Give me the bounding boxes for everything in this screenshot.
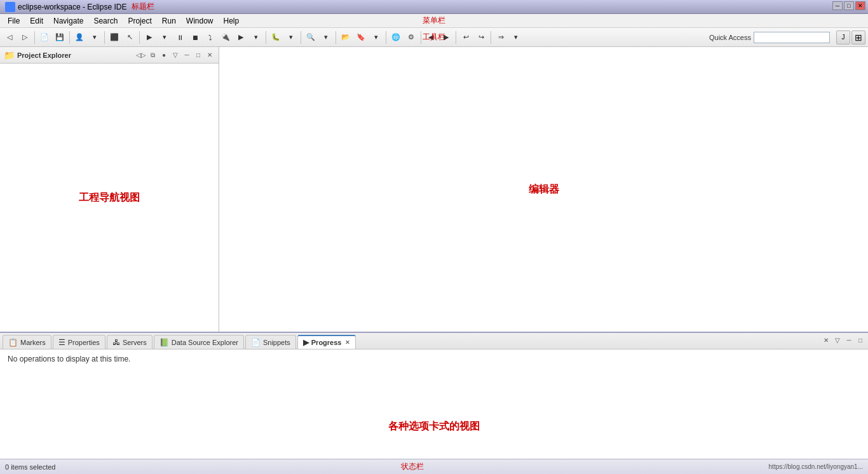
bottom-panel-minimize-btn[interactable]: ─	[844, 335, 854, 345]
tb-bookmark-btn[interactable]: 🔖	[354, 30, 368, 44]
tb-fwd-btn[interactable]: ⇒	[494, 30, 508, 44]
progress-icon: ▶	[303, 338, 309, 347]
status-annotation: 状态栏	[401, 461, 424, 472]
maximize-button[interactable]: □	[844, 1, 854, 10]
sidebar-minimize-btn[interactable]: ─	[182, 50, 192, 60]
properties-icon: ☰	[58, 338, 65, 347]
project-explorer-content: 工程导航视图	[0, 64, 219, 332]
tb-sep-10	[456, 31, 456, 44]
tb-person-drop[interactable]: ▾	[88, 30, 102, 44]
tb-layout-btn[interactable]: ⬛	[107, 30, 121, 44]
tb-redo-btn[interactable]: ↪	[474, 30, 488, 44]
tab-progress-label: Progress	[311, 339, 342, 346]
sidebar-collapse-btn[interactable]: ⧉	[147, 50, 158, 60]
tb-next-btn[interactable]: ▷	[18, 30, 32, 44]
menu-bar: File Edit Navigate Search Project Run Wi…	[0, 14, 868, 28]
bottom-annotation: 各种选项卡式的视图	[388, 420, 480, 433]
tb-sep-2	[69, 31, 70, 44]
sidebar-dot-btn[interactable]: ●	[159, 50, 169, 60]
perspective-java-btn[interactable]: J	[836, 30, 850, 44]
menu-file[interactable]: File	[3, 15, 25, 27]
title-bar: eclipse-workspace - Eclipse IDE 标题栏 ─ □ …	[0, 0, 868, 14]
tb-save-btn[interactable]: 💾	[53, 30, 67, 44]
quick-access-input[interactable]	[754, 32, 830, 43]
editor-annotation: 编辑器	[529, 183, 559, 196]
tab-snippets[interactable]: 📄 Snippets	[245, 335, 296, 349]
tb-sep-8	[386, 31, 386, 44]
tb-step-btn[interactable]: ⤵	[203, 30, 217, 44]
tb-globe-btn[interactable]: 🌐	[389, 30, 403, 44]
menu-window[interactable]: Window	[181, 15, 219, 27]
data-source-icon: 📗	[159, 338, 169, 347]
editor-area[interactable]: 编辑器	[219, 47, 868, 332]
tb-run2-drop[interactable]: ▾	[249, 30, 263, 44]
tb-cursor-btn[interactable]: ↖	[123, 30, 137, 44]
project-explorer-header: 📁 Project Explorer ◁▷ ⧉ ● ▽ ─ □ ✕	[0, 47, 219, 64]
sidebar-maximize-btn[interactable]: □	[193, 50, 203, 60]
bottom-panel-kill-btn[interactable]: ✕	[821, 335, 831, 345]
tb-run-drop[interactable]: ▾	[158, 30, 172, 44]
tb-new-btn[interactable]: 📄	[37, 30, 51, 44]
tb-pause-btn[interactable]: ⏸	[173, 30, 187, 44]
perspective-buttons: J ⊞	[836, 30, 865, 44]
main-layout: 📁 Project Explorer ◁▷ ⧉ ● ▽ ─ □ ✕ 工程导航视图…	[0, 47, 868, 459]
sidebar-sync-btn[interactable]: ◁▷	[136, 50, 146, 60]
snippets-icon: 📄	[251, 338, 261, 347]
tab-markers[interactable]: 📋 Markers	[3, 335, 51, 349]
tb-connect-btn[interactable]: 🔌	[219, 30, 233, 44]
bottom-tabs-bar: 📋 Markers ☰ Properties 🖧 Servers 📗 Data …	[0, 333, 868, 349]
menu-search[interactable]: Search	[88, 15, 123, 27]
tb-undo-btn[interactable]: ↩	[459, 30, 473, 44]
tb-debug-drop[interactable]: ▾	[284, 30, 298, 44]
sidebar-controls: ◁▷ ⧉ ● ▽ ─ □ ✕	[136, 50, 215, 60]
quick-access-area: Quick Access	[709, 32, 830, 43]
bottom-panel-controls: ✕ ▽ ─ □	[821, 335, 865, 345]
project-explorer-icon: 📁	[4, 50, 15, 60]
menu-project[interactable]: Project	[123, 15, 156, 27]
tab-progress[interactable]: ▶ Progress ✕	[297, 335, 356, 349]
toolbar-annotation: 工具栏	[423, 32, 445, 43]
tab-servers[interactable]: 🖧 Servers	[107, 335, 153, 349]
tb-back-btn[interactable]: ◁	[3, 30, 17, 44]
tb-open-btn[interactable]: 📂	[339, 30, 353, 44]
menu-run[interactable]: Run	[157, 15, 181, 27]
tb-stop-btn[interactable]: ⏹	[188, 30, 202, 44]
project-explorer-panel: 📁 Project Explorer ◁▷ ⧉ ● ▽ ─ □ ✕ 工程导航视图	[0, 47, 219, 332]
tb-search-btn[interactable]: 🔍	[304, 30, 318, 44]
bottom-panel-maximize-btn[interactable]: □	[855, 335, 865, 345]
perspective-open-btn[interactable]: ⊞	[851, 30, 865, 44]
bottom-panel: 📋 Markers ☰ Properties 🖧 Servers 📗 Data …	[0, 332, 868, 459]
menu-edit[interactable]: Edit	[25, 15, 48, 27]
tab-data-source-explorer[interactable]: 📗 Data Source Explorer	[154, 335, 244, 349]
tb-run-btn[interactable]: ▶	[142, 30, 156, 44]
tb-sep-3	[104, 31, 105, 44]
tb-sep-1	[34, 31, 35, 44]
tb-gear-btn[interactable]: ⚙	[404, 30, 418, 44]
status-url: https://blog.csdn.net/liyongyan1...	[769, 463, 863, 470]
tab-servers-label: Servers	[123, 339, 147, 346]
tb-book-drop[interactable]: ▾	[369, 30, 383, 44]
tb-run2-btn[interactable]: ▶	[234, 30, 248, 44]
tb-person-btn[interactable]: 👤	[72, 30, 86, 44]
menu-help[interactable]: Help	[219, 15, 245, 27]
progress-status-text: No operations to display at this time.	[8, 355, 860, 363]
bottom-panel-view-menu-btn[interactable]: ▽	[832, 335, 843, 345]
title-annotation: 标题栏	[132, 1, 154, 12]
menu-annotation: 菜单栏	[423, 15, 445, 26]
tb-fwd-drop[interactable]: ▾	[509, 30, 523, 44]
tab-progress-close[interactable]: ✕	[345, 339, 350, 346]
menu-navigate[interactable]: Navigate	[48, 15, 88, 27]
sidebar-view-menu-btn[interactable]: ▽	[170, 50, 180, 60]
minimize-button[interactable]: ─	[832, 1, 843, 10]
tab-properties-label: Properties	[68, 339, 100, 346]
tab-data-source-label: Data Source Explorer	[172, 339, 238, 346]
title-text: eclipse-workspace - Eclipse IDE	[18, 3, 126, 11]
tb-sep-4	[139, 31, 140, 44]
tab-properties[interactable]: ☰ Properties	[53, 335, 105, 349]
close-button[interactable]: ✕	[855, 1, 865, 10]
tb-sep-9	[421, 31, 421, 44]
sidebar-close-btn[interactable]: ✕	[205, 50, 215, 60]
sidebar-annotation: 工程导航视图	[79, 191, 140, 205]
tb-debug-btn[interactable]: 🐛	[269, 30, 283, 44]
tb-search-drop[interactable]: ▾	[319, 30, 333, 44]
